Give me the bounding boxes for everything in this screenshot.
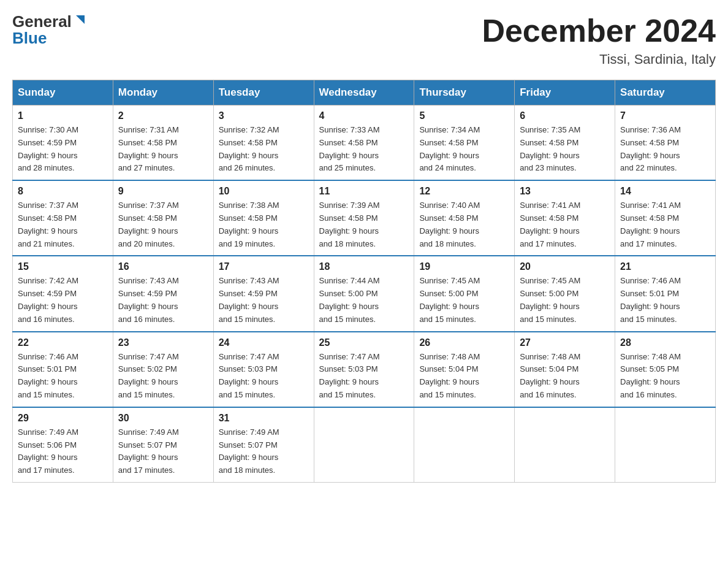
day-number: 20 bbox=[520, 261, 610, 272]
col-tuesday: Tuesday bbox=[213, 80, 314, 105]
col-saturday: Saturday bbox=[615, 80, 716, 105]
col-thursday: Thursday bbox=[414, 80, 515, 105]
table-row: 6 Sunrise: 7:35 AM Sunset: 4:58 PM Dayli… bbox=[515, 105, 615, 181]
table-row: 13 Sunrise: 7:41 AM Sunset: 4:58 PM Dayl… bbox=[515, 180, 615, 256]
day-number: 15 bbox=[18, 261, 108, 272]
table-row: 16 Sunrise: 7:43 AM Sunset: 4:59 PM Dayl… bbox=[113, 256, 213, 331]
logo: General Blue bbox=[12, 12, 87, 48]
table-row: 30 Sunrise: 7:49 AM Sunset: 5:07 PM Dayl… bbox=[113, 407, 213, 483]
table-row: 17 Sunrise: 7:43 AM Sunset: 4:59 PM Dayl… bbox=[213, 256, 314, 331]
calendar-table: Sunday Monday Tuesday Wednesday Thursday… bbox=[12, 80, 716, 483]
day-info: Sunrise: 7:43 AM Sunset: 4:59 PM Dayligh… bbox=[118, 275, 208, 326]
day-number: 21 bbox=[620, 261, 710, 272]
day-info: Sunrise: 7:39 AM Sunset: 4:58 PM Dayligh… bbox=[319, 199, 409, 250]
table-row: 22 Sunrise: 7:46 AM Sunset: 5:01 PM Dayl… bbox=[13, 332, 113, 407]
day-number: 19 bbox=[419, 261, 509, 272]
day-number: 23 bbox=[118, 337, 208, 348]
table-row: 19 Sunrise: 7:45 AM Sunset: 5:00 PM Dayl… bbox=[414, 256, 515, 331]
day-info: Sunrise: 7:37 AM Sunset: 4:58 PM Dayligh… bbox=[118, 199, 208, 250]
table-row: 12 Sunrise: 7:40 AM Sunset: 4:58 PM Dayl… bbox=[414, 180, 515, 256]
page-header: General Blue December 2024 Tissi, Sardin… bbox=[12, 12, 716, 67]
day-info: Sunrise: 7:36 AM Sunset: 4:58 PM Dayligh… bbox=[620, 124, 710, 175]
table-row: 18 Sunrise: 7:44 AM Sunset: 5:00 PM Dayl… bbox=[314, 256, 414, 331]
table-row: 28 Sunrise: 7:48 AM Sunset: 5:05 PM Dayl… bbox=[615, 332, 716, 407]
table-row: 7 Sunrise: 7:36 AM Sunset: 4:58 PM Dayli… bbox=[615, 105, 716, 181]
day-info: Sunrise: 7:49 AM Sunset: 5:06 PM Dayligh… bbox=[18, 426, 108, 477]
day-info: Sunrise: 7:37 AM Sunset: 4:58 PM Dayligh… bbox=[18, 199, 108, 250]
day-number: 27 bbox=[520, 337, 610, 348]
day-info: Sunrise: 7:35 AM Sunset: 4:58 PM Dayligh… bbox=[520, 124, 610, 175]
svg-marker-0 bbox=[76, 15, 85, 24]
table-row: 29 Sunrise: 7:49 AM Sunset: 5:06 PM Dayl… bbox=[13, 407, 113, 483]
day-info: Sunrise: 7:38 AM Sunset: 4:58 PM Dayligh… bbox=[219, 199, 309, 250]
col-monday: Monday bbox=[113, 80, 213, 105]
col-friday: Friday bbox=[515, 80, 615, 105]
day-number: 31 bbox=[219, 413, 309, 424]
table-row: 8 Sunrise: 7:37 AM Sunset: 4:58 PM Dayli… bbox=[13, 180, 113, 256]
month-title: December 2024 bbox=[482, 12, 716, 49]
day-info: Sunrise: 7:41 AM Sunset: 4:58 PM Dayligh… bbox=[620, 199, 710, 250]
day-number: 4 bbox=[319, 110, 409, 121]
table-row: 11 Sunrise: 7:39 AM Sunset: 4:58 PM Dayl… bbox=[314, 180, 414, 256]
table-row bbox=[615, 407, 716, 483]
table-row: 27 Sunrise: 7:48 AM Sunset: 5:04 PM Dayl… bbox=[515, 332, 615, 407]
table-row: 20 Sunrise: 7:45 AM Sunset: 5:00 PM Dayl… bbox=[515, 256, 615, 331]
table-row bbox=[314, 407, 414, 483]
table-row: 4 Sunrise: 7:33 AM Sunset: 4:58 PM Dayli… bbox=[314, 105, 414, 181]
day-info: Sunrise: 7:33 AM Sunset: 4:58 PM Dayligh… bbox=[319, 124, 409, 175]
day-info: Sunrise: 7:45 AM Sunset: 5:00 PM Dayligh… bbox=[419, 275, 509, 326]
table-row: 1 Sunrise: 7:30 AM Sunset: 4:59 PM Dayli… bbox=[13, 105, 113, 181]
table-row: 26 Sunrise: 7:48 AM Sunset: 5:04 PM Dayl… bbox=[414, 332, 515, 407]
day-number: 26 bbox=[419, 337, 509, 348]
table-row: 25 Sunrise: 7:47 AM Sunset: 5:03 PM Dayl… bbox=[314, 332, 414, 407]
day-number: 6 bbox=[520, 110, 610, 121]
day-info: Sunrise: 7:49 AM Sunset: 5:07 PM Dayligh… bbox=[219, 426, 309, 477]
table-row bbox=[515, 407, 615, 483]
day-info: Sunrise: 7:49 AM Sunset: 5:07 PM Dayligh… bbox=[118, 426, 208, 477]
day-info: Sunrise: 7:45 AM Sunset: 5:00 PM Dayligh… bbox=[520, 275, 610, 326]
table-row: 14 Sunrise: 7:41 AM Sunset: 4:58 PM Dayl… bbox=[615, 180, 716, 256]
day-info: Sunrise: 7:31 AM Sunset: 4:58 PM Dayligh… bbox=[118, 124, 208, 175]
day-number: 9 bbox=[118, 186, 208, 197]
col-sunday: Sunday bbox=[13, 80, 113, 105]
table-row: 10 Sunrise: 7:38 AM Sunset: 4:58 PM Dayl… bbox=[213, 180, 314, 256]
table-row bbox=[414, 407, 515, 483]
day-info: Sunrise: 7:48 AM Sunset: 5:04 PM Dayligh… bbox=[419, 351, 509, 402]
day-info: Sunrise: 7:34 AM Sunset: 4:58 PM Dayligh… bbox=[419, 124, 509, 175]
day-number: 2 bbox=[118, 110, 208, 121]
day-number: 28 bbox=[620, 337, 710, 348]
day-number: 25 bbox=[319, 337, 409, 348]
day-number: 3 bbox=[219, 110, 309, 121]
table-row: 21 Sunrise: 7:46 AM Sunset: 5:01 PM Dayl… bbox=[615, 256, 716, 331]
day-info: Sunrise: 7:30 AM Sunset: 4:59 PM Dayligh… bbox=[18, 124, 108, 175]
day-number: 14 bbox=[620, 186, 710, 197]
day-number: 13 bbox=[520, 186, 610, 197]
day-info: Sunrise: 7:47 AM Sunset: 5:02 PM Dayligh… bbox=[118, 351, 208, 402]
day-info: Sunrise: 7:47 AM Sunset: 5:03 PM Dayligh… bbox=[319, 351, 409, 402]
day-number: 30 bbox=[118, 413, 208, 424]
calendar-header-row: Sunday Monday Tuesday Wednesday Thursday… bbox=[13, 80, 716, 105]
table-row: 24 Sunrise: 7:47 AM Sunset: 5:03 PM Dayl… bbox=[213, 332, 314, 407]
day-info: Sunrise: 7:40 AM Sunset: 4:58 PM Dayligh… bbox=[419, 199, 509, 250]
day-number: 8 bbox=[18, 186, 108, 197]
table-row: 31 Sunrise: 7:49 AM Sunset: 5:07 PM Dayl… bbox=[213, 407, 314, 483]
day-number: 18 bbox=[319, 261, 409, 272]
day-number: 16 bbox=[118, 261, 208, 272]
day-info: Sunrise: 7:48 AM Sunset: 5:04 PM Dayligh… bbox=[520, 351, 610, 402]
table-row: 23 Sunrise: 7:47 AM Sunset: 5:02 PM Dayl… bbox=[113, 332, 213, 407]
table-row: 3 Sunrise: 7:32 AM Sunset: 4:58 PM Dayli… bbox=[213, 105, 314, 181]
table-row: 5 Sunrise: 7:34 AM Sunset: 4:58 PM Dayli… bbox=[414, 105, 515, 181]
location-text: Tissi, Sardinia, Italy bbox=[482, 52, 716, 67]
table-row: 9 Sunrise: 7:37 AM Sunset: 4:58 PM Dayli… bbox=[113, 180, 213, 256]
day-info: Sunrise: 7:46 AM Sunset: 5:01 PM Dayligh… bbox=[620, 275, 710, 326]
day-number: 22 bbox=[18, 337, 108, 348]
day-info: Sunrise: 7:48 AM Sunset: 5:05 PM Dayligh… bbox=[620, 351, 710, 402]
logo-blue-text: Blue bbox=[12, 29, 87, 48]
day-number: 1 bbox=[18, 110, 108, 121]
day-number: 12 bbox=[419, 186, 509, 197]
day-number: 29 bbox=[18, 413, 108, 424]
day-info: Sunrise: 7:42 AM Sunset: 4:59 PM Dayligh… bbox=[18, 275, 108, 326]
day-info: Sunrise: 7:46 AM Sunset: 5:01 PM Dayligh… bbox=[18, 351, 108, 402]
day-info: Sunrise: 7:32 AM Sunset: 4:58 PM Dayligh… bbox=[219, 124, 309, 175]
day-number: 24 bbox=[219, 337, 309, 348]
